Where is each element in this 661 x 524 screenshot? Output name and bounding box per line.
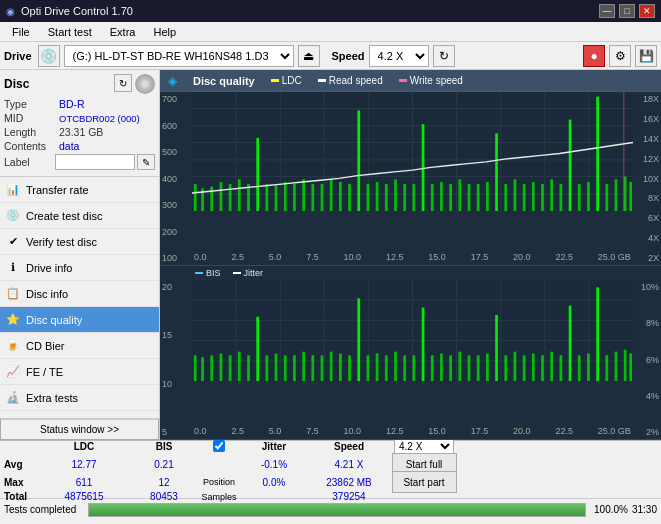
svg-rect-32: [339, 182, 342, 211]
disc-read-btn[interactable]: ●: [583, 45, 605, 67]
svg-rect-83: [220, 354, 223, 382]
x1-125: 12.5: [386, 252, 404, 262]
menu-help[interactable]: Help: [145, 24, 184, 40]
sidebar-item-extra-tests[interactable]: 🔬 Extra tests: [0, 385, 159, 411]
svg-rect-119: [550, 352, 553, 381]
jitter-legend-item: Jitter: [233, 268, 264, 278]
status-text: Tests completed: [4, 504, 84, 515]
maximize-button[interactable]: □: [619, 4, 635, 18]
eject-button[interactable]: ⏏: [298, 45, 320, 67]
speed-select[interactable]: 4.2 X: [369, 45, 429, 67]
stats-max-bis: 12: [124, 473, 204, 491]
close-button[interactable]: ✕: [639, 4, 655, 18]
settings-btn[interactable]: ⚙: [609, 45, 631, 67]
verify-test-disc-icon: ✔: [6, 235, 20, 249]
svg-rect-29: [311, 184, 314, 212]
progress-bar: [88, 503, 586, 517]
x2-0: 0.0: [194, 426, 207, 436]
svg-rect-64: [629, 182, 632, 211]
svg-rect-100: [376, 354, 379, 382]
save-btn[interactable]: 💾: [635, 45, 657, 67]
svg-rect-117: [532, 354, 535, 382]
svg-rect-23: [256, 138, 259, 212]
svg-rect-55: [550, 179, 553, 211]
sidebar-menu: 📊 Transfer rate 💿 Create test disc ✔ Ver…: [0, 177, 159, 418]
chart1-y-right: 18X 16X 14X 12X 10X 8X 6X 4X 2X: [633, 92, 661, 265]
chart-title: Disc quality: [193, 75, 255, 87]
title-bar: ◉ Opti Drive Control 1.70 — □ ✕: [0, 0, 661, 22]
svg-rect-56: [560, 184, 563, 212]
speed-label: Speed: [332, 50, 365, 62]
y1-label-500: 500: [162, 147, 190, 157]
sidebar-item-transfer-rate[interactable]: 📊 Transfer rate: [0, 177, 159, 203]
svg-rect-81: [201, 357, 204, 381]
disc-refresh-btn[interactable]: ↻: [114, 74, 132, 92]
x2-50: 5.0: [269, 426, 282, 436]
sidebar-item-verify-test-disc[interactable]: ✔ Verify test disc: [0, 229, 159, 255]
minimize-button[interactable]: —: [599, 4, 615, 18]
chart1-y-left: 700 600 500 400 300 200 100: [160, 92, 192, 265]
svg-rect-91: [293, 355, 296, 381]
stats-max-jitter: 0.0%: [234, 473, 314, 491]
svg-rect-121: [569, 306, 572, 381]
stats-max-label: Max: [4, 473, 44, 491]
fe-te-icon: 📈: [6, 365, 20, 379]
stats-avg-speed: 4.21 X: [314, 455, 384, 473]
sidebar-item-fe-te[interactable]: 📈 FE / TE: [0, 359, 159, 385]
y1r-8x: 8X: [635, 193, 659, 203]
svg-rect-116: [523, 355, 526, 381]
sidebar-item-create-test-disc[interactable]: 💿 Create test disc: [0, 203, 159, 229]
sidebar-item-disc-info[interactable]: 📋 Disc info: [0, 281, 159, 307]
jitter-color: [233, 272, 241, 274]
refresh-button[interactable]: ↻: [433, 45, 455, 67]
start-part-button[interactable]: Start part: [392, 471, 457, 493]
x1-100: 10.0: [344, 252, 362, 262]
svg-rect-44: [449, 184, 452, 212]
svg-rect-89: [275, 354, 278, 382]
drive-select[interactable]: (G:) HL-DT-ST BD-RE WH16NS48 1.D3: [64, 45, 294, 67]
disc-label-edit-btn[interactable]: ✎: [137, 154, 155, 170]
x2-200: 20.0: [513, 426, 531, 436]
svg-rect-104: [413, 355, 416, 381]
chart2-svg: [192, 280, 633, 381]
disc-mid-label: MID: [4, 112, 59, 124]
svg-rect-42: [431, 184, 434, 212]
drive-label: Drive: [4, 50, 32, 62]
svg-rect-109: [458, 352, 461, 381]
menu-start-test[interactable]: Start test: [40, 24, 100, 40]
drive-icon-btn[interactable]: 💿: [38, 45, 60, 67]
menu-bar: File Start test Extra Help: [0, 22, 661, 42]
status-window-label: Status window >>: [40, 424, 119, 435]
x1-50: 5.0: [269, 252, 282, 262]
svg-rect-39: [403, 184, 406, 212]
svg-rect-21: [238, 179, 241, 211]
menu-file[interactable]: File: [4, 24, 38, 40]
svg-rect-49: [495, 133, 498, 211]
disc-panel-icons: ↻: [114, 74, 155, 94]
svg-rect-120: [560, 355, 563, 381]
sidebar-item-create-test-disc-label: Create test disc: [26, 210, 102, 222]
chart2-legend: BIS Jitter: [195, 268, 631, 278]
svg-rect-107: [440, 354, 443, 382]
disc-panel: Disc ↻ Type BD-R MID OTCBDR002 (000) Len…: [0, 70, 159, 177]
stats-col-empty: [4, 437, 44, 455]
disc-panel-title: Disc: [4, 77, 29, 91]
sidebar-item-drive-info[interactable]: ℹ Drive info: [0, 255, 159, 281]
disc-label-input[interactable]: [55, 154, 135, 170]
svg-rect-25: [275, 186, 278, 212]
main-layout: Disc ↻ Type BD-R MID OTCBDR002 (000) Len…: [0, 70, 661, 440]
x1-225: 22.5: [555, 252, 573, 262]
svg-rect-86: [247, 355, 250, 381]
stats-total-bis: 80453: [124, 491, 204, 502]
disc-contents-label: Contents: [4, 140, 59, 152]
disc-length-label: Length: [4, 126, 59, 138]
svg-rect-94: [321, 355, 324, 381]
legend-read-speed-color: [318, 79, 326, 82]
sidebar-item-cd-bier[interactable]: 🍺 CD Bier: [0, 333, 159, 359]
menu-extra[interactable]: Extra: [102, 24, 144, 40]
svg-rect-45: [458, 179, 461, 211]
sidebar-item-disc-quality[interactable]: ⭐ Disc quality: [0, 307, 159, 333]
legend-ldc-color: [271, 79, 279, 82]
sidebar-item-fe-te-label: FE / TE: [26, 366, 63, 378]
jitter-checkbox[interactable]: [213, 440, 225, 452]
